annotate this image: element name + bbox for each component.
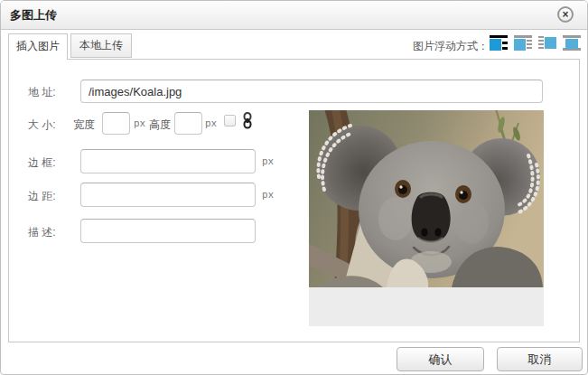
close-icon: × [562, 8, 568, 21]
cancel-button[interactable]: 取消 [497, 347, 583, 371]
description-label: 描 述: [28, 225, 56, 240]
width-label: 宽度 [73, 117, 95, 133]
height-label: 高度 [149, 117, 171, 133]
border-unit-px: px [262, 156, 274, 167]
close-button[interactable]: × [557, 6, 574, 23]
address-input[interactable] [80, 80, 543, 103]
lock-aspect-icon[interactable] [242, 112, 253, 133]
tab-insert-image[interactable]: 插入图片 [8, 33, 68, 60]
border-label: 边 框: [28, 155, 56, 171]
image-preview-panel [309, 110, 544, 326]
upload-dialog: 多图上传 × 插入图片 本地上传 图片浮动方式： 地 址: 大 小: 宽度 px… [0, 0, 588, 375]
size-label: 大 小: [28, 117, 56, 133]
koala-photo [309, 110, 544, 287]
margin-input[interactable] [80, 183, 256, 207]
confirm-button[interactable]: 确认 [397, 347, 484, 371]
margin-unit-px: px [262, 190, 274, 201]
tab-local-upload[interactable]: 本地上传 [70, 33, 132, 58]
height-unit-px: px [205, 118, 217, 129]
align-default-icon[interactable] [490, 35, 508, 51]
border-input[interactable] [80, 149, 256, 173]
dialog-titlebar: 多图上传 × [1, 1, 587, 30]
description-input[interactable] [80, 219, 256, 243]
float-left-icon[interactable] [514, 35, 532, 51]
width-input[interactable] [102, 112, 130, 135]
height-input[interactable] [174, 112, 202, 135]
align-center-icon[interactable] [563, 35, 581, 51]
address-label: 地 址: [28, 85, 56, 100]
float-mode-label: 图片浮动方式： [413, 39, 489, 54]
dialog-title: 多图上传 [10, 1, 57, 29]
float-mode-options [490, 35, 581, 51]
margin-label: 边 距: [28, 189, 56, 204]
width-unit-px: px [134, 118, 145, 129]
lock-ratio-checkbox[interactable] [224, 115, 236, 127]
float-right-icon[interactable] [538, 35, 556, 51]
